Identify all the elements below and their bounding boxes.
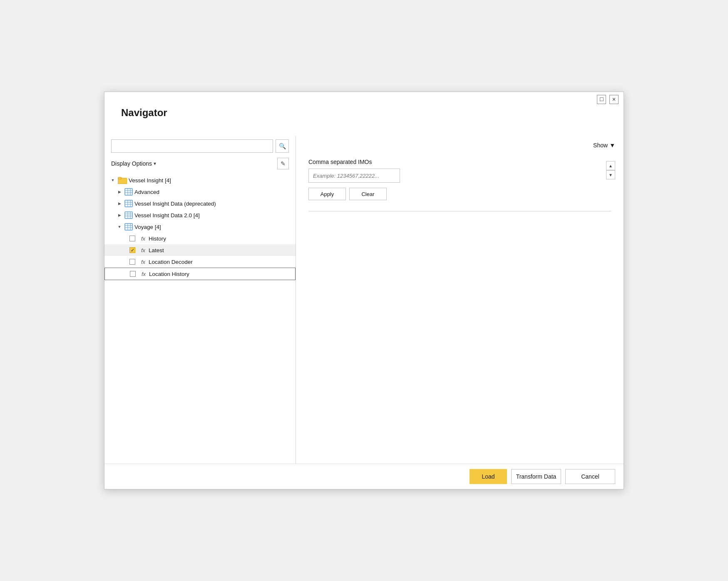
tree-item-location-decoder[interactable]: ▶ fx Location Decoder [104, 256, 296, 268]
chevron-down-icon: ▼ [609, 142, 615, 149]
tree-label: Vessel Insight [4] [129, 177, 171, 184]
main-content: 🔍 Display Options ▾ ✎ ▼ [104, 136, 624, 464]
divider [308, 211, 611, 211]
apply-button[interactable]: Apply [308, 188, 346, 200]
tree-item-advanced[interactable]: ▶ Advanced [104, 186, 296, 198]
svg-rect-17 [125, 223, 132, 230]
table-icon [124, 188, 133, 196]
edit-icon: ✎ [281, 160, 286, 167]
load-button[interactable]: Load [470, 469, 507, 484]
history-checkbox[interactable] [129, 236, 135, 241]
chevron-down-icon: ▾ [154, 161, 156, 166]
bottom-bar: Load Transform Data Cancel [104, 464, 624, 489]
function-icon: fx [139, 235, 147, 242]
search-button[interactable]: 🔍 [276, 139, 289, 153]
show-button[interactable]: Show ▼ [593, 142, 615, 149]
svg-rect-7 [125, 200, 132, 207]
close-button[interactable]: ✕ [609, 95, 619, 104]
imo-label: Comma separated IMOs [308, 159, 607, 165]
location-decoder-checkbox[interactable] [129, 259, 135, 265]
tree-item-history[interactable]: ▶ fx History [104, 233, 296, 244]
search-input[interactable] [111, 139, 273, 153]
tree-label: Vessel Insight Data 2.0 [4] [134, 212, 200, 218]
display-options-button[interactable]: Display Options ▾ [111, 160, 156, 167]
tree-item-location-history[interactable]: ▶ fx Location History [104, 268, 296, 280]
title-bar: ☐ ✕ [104, 92, 624, 107]
cancel-button[interactable]: Cancel [565, 469, 615, 484]
minimize-button[interactable]: ☐ [597, 95, 606, 104]
tree-label: Voyage [4] [134, 224, 161, 230]
tree-item-voyage[interactable]: ▼ Voyage [4] [104, 221, 296, 233]
tree-label: Vessel Insight Data (deprecated) [134, 201, 216, 207]
folder-icon [118, 176, 127, 184]
function-icon: fx [139, 258, 147, 266]
edit-button[interactable]: ✎ [277, 158, 289, 169]
expand-arrow-icon: ▶ [116, 212, 123, 218]
collapse-arrow-icon: ▼ [109, 177, 116, 184]
function-icon: fx [139, 246, 147, 254]
left-panel: 🔍 Display Options ▾ ✎ ▼ [104, 136, 296, 464]
clear-button[interactable]: Clear [349, 188, 387, 200]
table-icon [124, 223, 133, 231]
table-icon [124, 211, 133, 219]
svg-rect-12 [125, 212, 132, 218]
title-bar-controls: ☐ ✕ [597, 95, 619, 104]
tree-label: Advanced [134, 189, 159, 195]
expand-arrow-icon: ▶ [116, 189, 123, 195]
navigator-window: ☐ ✕ Navigator 🔍 Display Options ▾ ✎ [104, 92, 624, 489]
tree-item-vessel-insight-data-20[interactable]: ▶ Vessel Insight Data 2.0 [4] [104, 209, 296, 221]
transform-data-button[interactable]: Transform Data [511, 469, 561, 484]
collapse-arrow-icon: ▼ [116, 223, 123, 230]
search-icon: 🔍 [279, 143, 286, 149]
latest-checkbox[interactable]: ✓ [129, 247, 135, 253]
imo-input[interactable] [308, 169, 400, 183]
page-title: Navigator [121, 107, 167, 119]
tree-label: History [149, 236, 166, 242]
tree-item-vessel-insight-data-deprecated[interactable]: ▶ Vessel Insight Data (deprecated) [104, 198, 296, 209]
svg-rect-1 [118, 177, 122, 179]
right-header: Show ▼ [296, 136, 624, 154]
tree-label: Latest [149, 247, 164, 253]
imo-buttons: Apply Clear [308, 188, 607, 200]
tree-item-latest[interactable]: ▶ ✓ fx Latest [104, 244, 296, 256]
table-icon [124, 200, 133, 207]
tree-label: Location History [149, 271, 189, 277]
right-panel: Show ▼ ▲ ▼ Comma separated IMOs Apply Cl… [296, 136, 624, 464]
tree-label: Location Decoder [149, 259, 193, 265]
location-history-checkbox[interactable] [130, 271, 136, 277]
function-icon: fx [140, 270, 147, 278]
imo-section: Comma separated IMOs Apply Clear [296, 154, 624, 204]
tree-container: ▼ Vessel Insight [4] ▶ [104, 173, 296, 464]
expand-arrow-icon: ▶ [116, 200, 123, 207]
search-row: 🔍 [104, 136, 296, 156]
tree-item-vessel-insight[interactable]: ▼ Vessel Insight [4] [104, 174, 296, 186]
display-options-row: Display Options ▾ ✎ [104, 156, 296, 173]
svg-rect-2 [125, 189, 132, 195]
show-label: Show [593, 142, 608, 149]
display-options-label: Display Options [111, 160, 152, 167]
